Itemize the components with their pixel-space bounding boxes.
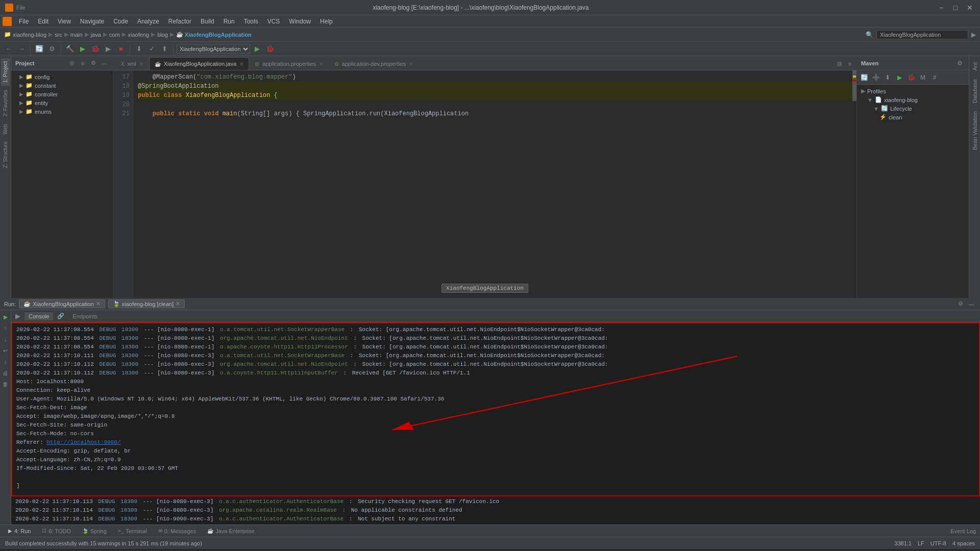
maven-profiles[interactable]: ▶ Profiles xyxy=(857,87,969,95)
breadcrumb-class[interactable]: ☕ XiaofengBlogApplication xyxy=(176,31,252,38)
run-clear-button[interactable]: 🗑 xyxy=(1,380,10,389)
run-wrap-button[interactable]: ↩ xyxy=(1,346,10,355)
tab-app-dev-props-close[interactable]: ✕ xyxy=(409,61,413,67)
endpoints-tab[interactable]: Endpoints xyxy=(68,312,102,320)
side-tab-ant[interactable]: Ant xyxy=(970,58,979,75)
run-config-1[interactable]: ☕ XiaofengBlogApplication ✕ xyxy=(19,299,105,308)
tab-app-props-close[interactable]: ✕ xyxy=(319,61,323,67)
tab-structure[interactable]: Z: Structure xyxy=(1,138,10,171)
back-button[interactable]: ← xyxy=(3,43,14,55)
run-config-2[interactable]: 🍃 xiaofeng-blog [clean] ✕ xyxy=(108,299,185,308)
console-tab[interactable]: Console xyxy=(24,312,53,320)
code-lines[interactable]: @MapperScan("com.xiaofeng.blog.mapper") … xyxy=(134,70,856,298)
project-expand-button[interactable]: ≡ xyxy=(78,59,87,68)
menu-file[interactable]: File xyxy=(16,5,26,11)
tab-java-close[interactable]: ✕ xyxy=(239,61,243,67)
settings-button[interactable]: ⚙ xyxy=(46,43,58,55)
coverage-button[interactable]: ▶ xyxy=(103,43,114,55)
git-commit-button[interactable]: ✓ xyxy=(146,43,157,55)
run-print-button[interactable]: 🖨 xyxy=(1,368,10,378)
tab-app-dev-props[interactable]: ⚙ application-dev.properties ✕ xyxy=(329,57,419,70)
code-editor[interactable]: 17 18 19 20 21 @MapperScan("com.xiaofeng… xyxy=(113,70,856,298)
project-locate-button[interactable]: ◎ xyxy=(67,59,77,68)
tab-app-props[interactable]: ⚙ application.properties ✕ xyxy=(249,57,329,70)
maven-skip-button[interactable]: M xyxy=(918,72,928,83)
close-button[interactable]: ✕ xyxy=(965,3,975,13)
maven-add-button[interactable]: ➕ xyxy=(871,72,881,83)
menu-run[interactable]: Run xyxy=(219,17,239,26)
tab-menu-button[interactable]: ≡ xyxy=(845,59,854,68)
code-scrollbar-thumb[interactable] xyxy=(852,70,856,101)
tab-favorites[interactable]: 2: Favorites xyxy=(1,87,10,119)
menu-build[interactable]: Build xyxy=(197,17,218,26)
maven-download-button[interactable]: ⬇ xyxy=(883,72,893,83)
git-push-button[interactable]: ⬆ xyxy=(159,43,170,55)
bottom-tab-spring[interactable]: 🍃 Spring xyxy=(78,528,111,535)
run-config-debug[interactable]: 🐞 xyxy=(264,43,276,55)
menu-tools[interactable]: Tools xyxy=(240,17,262,26)
menu-code[interactable]: Code xyxy=(109,17,132,26)
menu-window[interactable]: Window xyxy=(285,17,315,26)
project-minimize-button[interactable]: — xyxy=(100,59,109,68)
event-log-link[interactable]: Event Log xyxy=(950,528,976,534)
run-bar-minimize[interactable]: — xyxy=(967,299,976,309)
menu-refactor[interactable]: Refactor xyxy=(164,17,195,26)
maven-settings-button[interactable]: ⚙ xyxy=(954,58,965,68)
tree-item-controller[interactable]: ▶ 📁 controller xyxy=(11,90,113,98)
debug-button[interactable]: 🐞 xyxy=(90,43,101,55)
tab-xml[interactable]: X xml ✕ xyxy=(115,57,149,70)
menu-navigate[interactable]: Navigate xyxy=(76,17,108,26)
tab-project[interactable]: 1: Project xyxy=(1,58,10,86)
menu-help[interactable]: Help xyxy=(316,17,337,26)
run-stop-button[interactable]: ↑ xyxy=(1,323,10,333)
build-button[interactable]: 🔨 xyxy=(64,43,76,55)
side-tab-database[interactable]: Database xyxy=(970,75,979,107)
bottom-tab-messages[interactable]: ✉ 0: Messages xyxy=(154,528,200,535)
code-scrollbar-track[interactable] xyxy=(852,70,856,298)
run-bar-settings[interactable]: ⚙ xyxy=(956,299,965,309)
menu-analyze[interactable]: Analyze xyxy=(133,17,163,26)
tab-split-button[interactable]: ⊟ xyxy=(835,59,844,68)
run-pin-button[interactable]: ↕ xyxy=(1,357,10,366)
run-scroll-down-button[interactable]: ↓ xyxy=(1,335,10,344)
maven-clean[interactable]: ⚡ clean xyxy=(857,113,969,121)
menu-file[interactable]: File xyxy=(15,17,33,26)
maven-debug-button[interactable]: 🐞 xyxy=(906,72,916,83)
bottom-tab-java-enterprise[interactable]: ☕ Java Enterprise xyxy=(203,528,258,535)
side-tab-bean-validation[interactable]: Bean Validation xyxy=(970,107,979,154)
maven-hash-button[interactable]: # xyxy=(929,72,940,83)
tree-item-config[interactable]: ▶ 📁 config xyxy=(11,72,113,81)
nav-search-input[interactable] xyxy=(876,30,968,39)
tree-item-constant[interactable]: ▶ 📁 constant xyxy=(11,81,113,90)
tab-xml-close[interactable]: ✕ xyxy=(139,61,143,67)
tab-main-java[interactable]: ☕ XiaofengBlogApplication.java ✕ xyxy=(149,57,250,70)
maximize-button[interactable]: □ xyxy=(950,3,961,13)
tree-item-enums[interactable]: ▶ 📁 enums xyxy=(11,107,113,116)
project-gear-button[interactable]: ⚙ xyxy=(89,59,98,68)
forward-button[interactable]: → xyxy=(16,43,27,55)
menu-edit[interactable]: Edit xyxy=(34,17,53,26)
tree-item-entity[interactable]: ▶ 📁 entity xyxy=(11,98,113,107)
bottom-tab-todo[interactable]: ☑ 6: TODO xyxy=(38,528,75,535)
run-config-1-close[interactable]: ✕ xyxy=(96,300,101,307)
maven-refresh-button[interactable]: 🔄 xyxy=(859,72,869,83)
bottom-tab-terminal[interactable]: >_ Terminal xyxy=(114,528,151,535)
http-referer-link[interactable]: http://localhost:8080/ xyxy=(46,439,120,445)
maven-lifecycle[interactable]: ▼ 🔄 Lifecycle xyxy=(857,104,969,113)
maven-project[interactable]: ▼ 📄 xiaofeng-blog xyxy=(857,95,969,104)
menu-vcs[interactable]: VCS xyxy=(263,17,284,26)
git-update-button[interactable]: ⬇ xyxy=(133,43,144,55)
run-config-run[interactable]: ▶ xyxy=(252,43,263,55)
breadcrumb-project[interactable]: 📁 xiaofeng-blog xyxy=(4,31,46,38)
run-config-2-close[interactable]: ✕ xyxy=(176,300,180,307)
bottom-tab-run[interactable]: ▶ 4: Run xyxy=(4,528,35,535)
run-button[interactable]: ▶ xyxy=(77,43,88,55)
maven-run-button[interactable]: ▶ xyxy=(894,72,904,83)
run-config-select[interactable]: XiaofengBlogApplication xyxy=(177,44,250,54)
menu-view[interactable]: View xyxy=(54,17,75,26)
sync-button[interactable]: 🔄 xyxy=(34,43,45,55)
tab-web[interactable]: Web xyxy=(1,121,10,137)
minimize-button[interactable]: − xyxy=(936,3,946,13)
stop-button[interactable]: ■ xyxy=(115,43,127,55)
run-restart-button[interactable]: ▶ xyxy=(1,312,10,321)
